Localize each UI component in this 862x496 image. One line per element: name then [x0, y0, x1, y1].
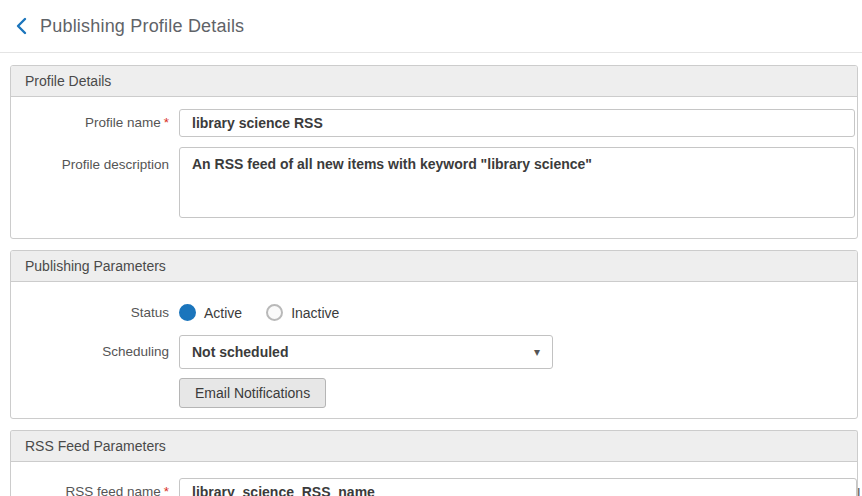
profile-name-input[interactable]	[179, 109, 855, 137]
radio-option-active-label: Active	[204, 305, 242, 321]
radio-option-inactive-label: Inactive	[291, 305, 339, 321]
profile-description-row: Profile description An RSS feed of all n…	[11, 147, 857, 218]
status-field: Active Inactive	[179, 304, 857, 321]
profile-name-label: Profile name*	[11, 115, 179, 131]
email-notifications-button[interactable]: Email Notifications	[179, 378, 326, 408]
section-publishing-parameters: Publishing Parameters Status Active Inac…	[10, 250, 858, 419]
dropdown-caret-icon: ▾	[534, 345, 540, 359]
status-label: Status	[11, 305, 179, 321]
rss-feed-name-label: RSS feed name*	[11, 484, 179, 496]
section-rss-feed-parameters-title: RSS Feed Parameters	[11, 431, 857, 462]
email-notifications-field: Email Notifications	[179, 378, 857, 408]
rss-feed-name-row: RSS feed name* Language	[11, 478, 857, 496]
radio-button-icon	[179, 304, 196, 321]
page-title: Publishing Profile Details	[40, 16, 244, 37]
profile-description-label: Profile description	[11, 147, 179, 173]
radio-button-icon	[266, 304, 283, 321]
section-rss-feed-parameters: RSS Feed Parameters RSS feed name* Langu…	[10, 430, 858, 496]
scheduling-select[interactable]: Not scheduled ▾	[179, 335, 553, 369]
radio-option-active[interactable]: Active	[179, 304, 242, 321]
required-asterisk: *	[164, 484, 169, 496]
rss-feed-name-field: Language	[179, 478, 857, 496]
rss-feed-name-label-text: RSS feed name	[65, 484, 160, 496]
radio-option-inactive[interactable]: Inactive	[266, 304, 339, 321]
back-button[interactable]	[8, 12, 36, 40]
language-label: Language	[857, 485, 862, 496]
form-content: Profile Details Profile name* Profile de…	[10, 65, 858, 496]
section-profile-details-title: Profile Details	[11, 66, 857, 97]
section-profile-details: Profile Details Profile name* Profile de…	[10, 65, 858, 239]
status-row: Status Active Inactive	[11, 304, 857, 321]
profile-name-label-text: Profile name	[85, 115, 161, 130]
profile-description-field: An RSS feed of all new items with keywor…	[179, 147, 857, 218]
email-notifications-row: Email Notifications	[11, 378, 857, 408]
scheduling-select-value: Not scheduled	[192, 344, 288, 360]
profile-name-field	[179, 109, 857, 137]
scheduling-label: Scheduling	[11, 344, 179, 360]
profile-name-row: Profile name*	[11, 109, 857, 137]
section-publishing-parameters-title: Publishing Parameters	[11, 251, 857, 282]
rss-feed-name-input[interactable]	[179, 478, 857, 496]
scheduling-row: Scheduling Not scheduled ▾	[11, 335, 857, 369]
page-header: Publishing Profile Details	[0, 0, 862, 53]
chevron-left-icon	[13, 17, 31, 35]
profile-description-textarea[interactable]: An RSS feed of all new items with keywor…	[179, 147, 855, 218]
required-asterisk: *	[164, 115, 169, 130]
scheduling-field: Not scheduled ▾	[179, 335, 857, 369]
